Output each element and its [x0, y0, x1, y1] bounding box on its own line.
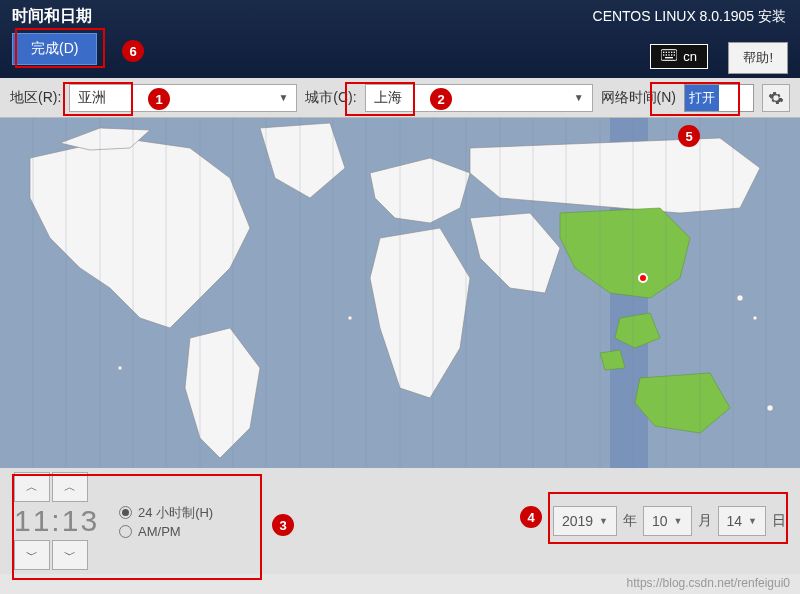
- day-suffix: 日: [772, 512, 786, 530]
- svg-point-15: [118, 366, 122, 370]
- day-value: 14: [727, 513, 743, 529]
- month-suffix: 月: [698, 512, 712, 530]
- svg-rect-3: [669, 52, 670, 53]
- chevron-up-icon: ︿: [64, 479, 76, 496]
- chevron-up-icon: ︿: [26, 479, 38, 496]
- gear-icon: [768, 90, 784, 106]
- chevron-down-icon: ▼: [574, 92, 584, 103]
- chevron-down-icon: ▼: [674, 516, 683, 526]
- svg-point-16: [348, 316, 352, 320]
- timezone-map[interactable]: [0, 118, 800, 468]
- world-map-svg: [0, 118, 800, 468]
- city-label: 城市(C):: [305, 89, 356, 107]
- toggle-off-side: [719, 85, 753, 111]
- year-dropdown[interactable]: 2019▼: [553, 506, 617, 536]
- chevron-down-icon: ▼: [599, 516, 608, 526]
- region-dropdown[interactable]: 亚洲 ▼: [69, 84, 297, 112]
- svg-rect-8: [669, 54, 670, 55]
- chevron-down-icon: ﹀: [26, 547, 38, 564]
- svg-rect-4: [671, 52, 672, 53]
- year-value: 2019: [562, 513, 593, 529]
- help-button[interactable]: 帮助!: [728, 42, 788, 74]
- minute-up-button[interactable]: ︿: [52, 472, 88, 502]
- keyboard-icon: [661, 49, 677, 64]
- city-marker: [638, 273, 648, 283]
- minute-down-button[interactable]: ﹀: [52, 540, 88, 570]
- network-time-toggle[interactable]: 打开: [684, 84, 754, 112]
- keyboard-layout: cn: [683, 49, 697, 64]
- ntp-settings-button[interactable]: [762, 84, 790, 112]
- format-ampm-label: AM/PM: [138, 524, 181, 539]
- network-time-label: 网络时间(N): [601, 89, 676, 107]
- keyboard-indicator[interactable]: cn: [650, 44, 708, 69]
- region-label: 地区(R):: [10, 89, 61, 107]
- city-dropdown[interactable]: 上海 ▼: [365, 84, 593, 112]
- done-button[interactable]: 完成(D): [12, 33, 97, 65]
- svg-rect-1: [663, 52, 664, 53]
- chevron-down-icon: ▼: [278, 92, 288, 103]
- svg-rect-9: [671, 54, 672, 55]
- city-value: 上海: [374, 89, 402, 107]
- svg-rect-6: [663, 54, 664, 55]
- chevron-down-icon: ﹀: [64, 547, 76, 564]
- time-display: 11:13: [14, 504, 99, 538]
- day-dropdown[interactable]: 14▼: [718, 506, 767, 536]
- format-24h-label: 24 小时制(H): [138, 504, 213, 522]
- installer-title: CENTOS LINUX 8.0.1905 安装: [593, 8, 786, 26]
- svg-rect-2: [666, 52, 667, 53]
- radio-icon: [119, 506, 132, 519]
- chevron-down-icon: ▼: [748, 516, 757, 526]
- svg-rect-5: [674, 52, 675, 53]
- month-dropdown[interactable]: 10▼: [643, 506, 692, 536]
- hour-down-button[interactable]: ﹀: [14, 540, 50, 570]
- svg-rect-7: [666, 54, 667, 55]
- svg-rect-10: [674, 54, 675, 55]
- toggle-on-label: 打开: [685, 85, 719, 111]
- svg-point-13: [753, 316, 757, 320]
- year-suffix: 年: [623, 512, 637, 530]
- region-value: 亚洲: [78, 89, 106, 107]
- radio-icon: [119, 525, 132, 538]
- hour-up-button[interactable]: ︿: [14, 472, 50, 502]
- svg-point-14: [767, 405, 773, 411]
- svg-point-12: [737, 295, 743, 301]
- svg-rect-11: [665, 57, 673, 58]
- watermark-text: https://blog.csdn.net/renfeigui0: [627, 576, 790, 590]
- format-24h-radio[interactable]: 24 小时制(H): [119, 504, 213, 522]
- format-ampm-radio[interactable]: AM/PM: [119, 524, 213, 539]
- month-value: 10: [652, 513, 668, 529]
